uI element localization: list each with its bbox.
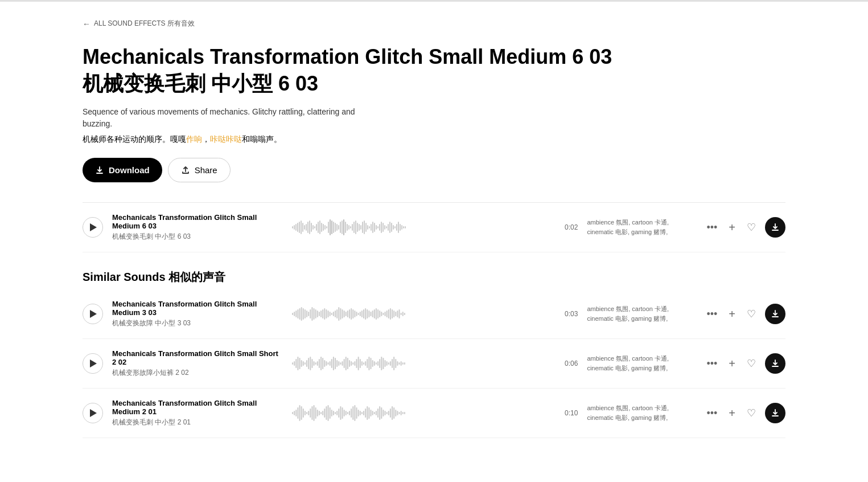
svg-rect-24 [333,222,334,233]
similar-like-button-2[interactable]: ♡ [744,405,758,422]
similar-more-button-1[interactable]: ••• [704,356,719,372]
svg-rect-123 [392,309,393,318]
svg-rect-74 [305,309,306,318]
svg-rect-60 [394,226,396,228]
similar-more-button-2[interactable]: ••• [704,405,719,422]
svg-rect-111 [371,312,372,316]
svg-rect-73 [303,308,304,320]
svg-rect-46 [371,224,372,231]
similar-download-circle-button-2[interactable] [765,403,785,423]
svg-rect-68 [294,312,295,316]
main-add-button[interactable]: + [726,219,738,236]
share-button[interactable]: Share [168,158,231,182]
similar-more-button-0[interactable]: ••• [704,306,719,322]
svg-rect-202 [305,411,306,415]
svg-rect-245 [381,407,382,419]
similar-download-circle-button-0[interactable] [765,304,785,324]
main-more-button[interactable]: ••• [704,219,719,236]
download-button[interactable]: Download [83,158,162,182]
svg-rect-144 [315,362,316,365]
svg-rect-0 [292,226,293,228]
svg-rect-137 [303,361,304,366]
similar-tags-2: ambience 氛围, cartoon 卡通, cinematic 电影, g… [587,403,689,423]
svg-rect-83 [320,311,322,317]
svg-rect-227 [349,411,350,415]
similar-like-button-0[interactable]: ♡ [744,305,758,322]
svg-rect-51 [379,224,380,231]
svg-rect-49 [376,225,377,230]
svg-rect-208 [315,407,316,419]
svg-rect-204 [308,411,309,415]
svg-rect-237 [367,406,368,420]
similar-add-button-0[interactable]: + [726,305,738,323]
svg-rect-15 [318,222,319,233]
svg-rect-89 [331,313,332,315]
svg-rect-112 [372,311,373,317]
svg-rect-242 [376,411,377,415]
similar-sounds-list: Mechanicals Transformation Glitch Small … [83,289,785,438]
svg-rect-226 [347,412,348,414]
svg-rect-206 [311,406,312,420]
svg-rect-47 [372,222,373,233]
svg-rect-19 [324,225,326,230]
svg-rect-29 [342,220,343,234]
svg-rect-41 [362,222,363,233]
svg-rect-159 [342,361,343,366]
main-waveform [292,216,546,239]
svg-rect-216 [330,407,331,419]
svg-rect-248 [386,412,388,414]
main-like-button[interactable]: ♡ [744,219,758,236]
main-download-circle-button[interactable] [765,217,785,238]
similar-sound-info-2: Mechanicals Transformation Glitch Small … [112,399,283,427]
svg-rect-184 [386,361,388,366]
main-duration: 0:02 [555,223,578,231]
main-dl-circle-icon [771,223,780,232]
svg-rect-171 [363,362,364,365]
svg-rect-167 [356,359,357,368]
similar-row-actions-0: ••• + ♡ [704,304,785,324]
similar-add-button-1[interactable]: + [726,355,738,373]
desc-zh-highlight1: 作响 [186,134,202,144]
svg-rect-152 [330,361,331,366]
similar-play-button-0[interactable] [83,304,103,324]
svg-rect-185 [388,362,389,365]
similar-sound-info-0: Mechanicals Transformation Glitch Small … [112,300,283,328]
svg-rect-160 [344,359,345,368]
svg-rect-104 [358,313,359,315]
desc-zh-text1: 机械师各种运动的顺序。嘎嘎 [83,134,186,144]
svg-rect-1 [294,225,295,230]
svg-rect-163 [349,360,350,367]
svg-rect-133 [295,359,297,368]
svg-rect-100 [351,308,352,320]
similar-sound-name-en-0: Mechanicals Transformation Glitch Small … [112,300,283,317]
similar-play-button-1[interactable] [83,353,103,374]
svg-rect-134 [297,357,298,370]
svg-rect-70 [297,309,298,318]
svg-rect-140 [308,358,309,369]
main-play-button[interactable] [83,217,103,238]
main-waveform-svg [292,217,406,238]
svg-rect-76 [308,312,309,316]
svg-rect-201 [303,409,304,418]
svg-rect-119 [385,312,386,316]
svg-rect-168 [358,357,359,370]
svg-rect-22 [330,219,331,235]
svg-rect-209 [317,410,318,416]
svg-rect-223 [342,407,343,419]
similar-row-actions-2: ••• + ♡ [704,403,785,423]
similar-row-actions-1: ••• + ♡ [704,353,785,374]
svg-rect-2 [295,224,297,231]
svg-rect-77 [310,309,311,318]
svg-rect-178 [376,362,377,365]
svg-rect-57 [389,222,390,233]
similar-play-button-2[interactable] [83,403,103,423]
svg-rect-120 [386,311,388,317]
similar-like-button-1[interactable]: ♡ [744,355,758,372]
svg-rect-169 [360,359,361,368]
similar-download-circle-button-1[interactable] [765,353,785,374]
similar-sound-name-en-2: Mechanicals Transformation Glitch Small … [112,399,283,416]
similar-waveform-0 [292,303,546,325]
svg-rect-246 [382,410,384,416]
back-link[interactable]: ← ALL SOUND EFFECTS 所有音效 [83,19,785,28]
similar-add-button-2[interactable]: + [726,405,738,422]
